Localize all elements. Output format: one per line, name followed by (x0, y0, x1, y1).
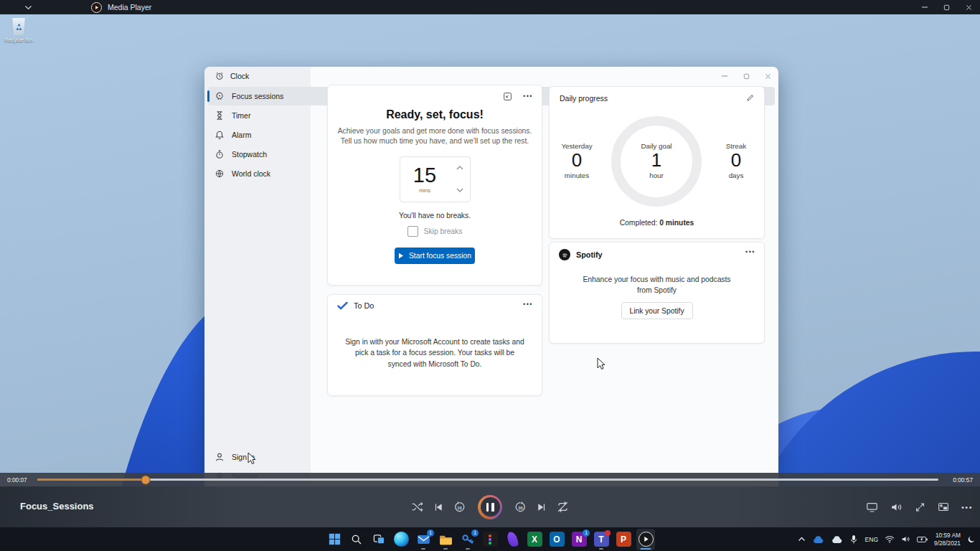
minutes-value: 15 (413, 165, 436, 186)
stopwatch-icon (215, 149, 225, 159)
more-options-icon[interactable]: ••• (745, 249, 755, 255)
cast-to-device-icon[interactable] (866, 501, 878, 512)
repeat-off-icon[interactable] (557, 501, 569, 513)
clock-maximize-button[interactable] (735, 67, 757, 85)
stat-value: 1 (628, 150, 685, 171)
taskbar: 1 1 X O N 1 T P (0, 527, 980, 551)
chevron-down-icon[interactable] (450, 179, 470, 202)
seek-track[interactable] (37, 479, 938, 481)
tray-chevron-up-icon[interactable] (798, 537, 806, 542)
onenote-icon[interactable]: N 1 (570, 529, 588, 550)
spotify-icon (559, 249, 570, 260)
pause-icon (481, 497, 500, 517)
spotify-header: Spotify (559, 249, 603, 260)
fullscreen-icon[interactable] (915, 501, 925, 512)
volume-icon[interactable] (890, 501, 903, 512)
sidebar-item-label: World clock (232, 169, 270, 178)
stat-yesterday: Yesterday 0 minutes (548, 142, 606, 179)
more-icon[interactable]: ••• (961, 503, 973, 511)
purple-cone-app-icon[interactable] (503, 529, 522, 550)
tray-time: 10:59 AM (934, 532, 961, 540)
excel-icon[interactable]: X (525, 529, 544, 550)
figma-icon[interactable] (481, 529, 499, 550)
restore-button[interactable] (936, 0, 958, 14)
clock-close-button[interactable] (757, 67, 778, 85)
hourglass-icon (215, 110, 225, 121)
clock-minimize-button[interactable] (714, 67, 735, 85)
daily-progress-title: Daily progress (560, 94, 608, 103)
start-focus-session-button[interactable]: Start focus session (395, 248, 475, 264)
mail-icon[interactable]: 1 (414, 529, 433, 550)
clock-window-title: Clock (230, 72, 249, 80)
breaks-note: You'll have no breaks. (328, 212, 542, 220)
stat-value: 0 (548, 150, 606, 171)
start-button[interactable] (325, 529, 344, 550)
media-player-taskbar-icon[interactable] (636, 529, 655, 550)
minimize-button[interactable] (913, 0, 936, 14)
clock-datetime[interactable]: 10:59 AM 9/28/2021 (934, 532, 961, 547)
task-view-icon[interactable] (369, 529, 388, 550)
chevron-down-icon[interactable] (24, 5, 32, 10)
volume-tray-icon[interactable] (901, 535, 910, 543)
file-explorer-icon[interactable] (436, 529, 455, 550)
compact-overlay-icon[interactable] (503, 92, 512, 101)
skip-forward-30-icon[interactable]: 30 (514, 501, 527, 513)
sidebar-item-label: Alarm (232, 131, 251, 139)
pause-button[interactable] (478, 495, 502, 519)
spotify-text: Enhance your focus with music and podcas… (581, 275, 732, 296)
stat-value: 0 (707, 150, 765, 171)
recycle-bin-shortcut[interactable]: Recycle Bin (5, 18, 32, 43)
play-icon (398, 253, 404, 259)
search-icon[interactable] (347, 529, 366, 550)
remaining-time: 0:00:57 (944, 476, 973, 484)
powerpoint-icon[interactable]: P (614, 529, 633, 550)
skip-breaks-checkbox[interactable] (407, 226, 418, 237)
sidebar-item-label: Focus sessions (232, 92, 283, 100)
onedrive-cloud-icon[interactable] (812, 535, 824, 544)
skip-back-10-icon[interactable]: 10 (453, 501, 466, 513)
close-button[interactable] (958, 0, 980, 14)
outlook-icon[interactable]: O (547, 529, 566, 550)
alarm-clock-icon (215, 72, 224, 80)
edit-pencil-icon[interactable] (746, 93, 755, 102)
edge-icon[interactable] (392, 529, 410, 550)
chevron-up-icon[interactable] (450, 157, 470, 179)
stat-daily-goal: Daily goal 1 hour (628, 142, 685, 179)
link-spotify-button[interactable]: Link your Spotify (621, 302, 693, 319)
skip-forward-label: 30 (518, 506, 522, 510)
recorded-mouse-cursor (248, 452, 257, 466)
weather-cloud-icon[interactable] (831, 535, 843, 544)
screen: Media Player Recycle Bin (0, 0, 980, 551)
next-track-icon[interactable] (537, 502, 547, 512)
stepper-buttons (450, 157, 470, 202)
key-app-icon[interactable]: 1 (458, 529, 477, 550)
mini-player-icon[interactable] (938, 502, 949, 512)
player-controls-bar: Focus_Sessions 10 30 (0, 486, 980, 527)
seek-thumb[interactable] (141, 475, 150, 484)
mouse-cursor (597, 357, 606, 371)
recycle-bin-icon (11, 18, 26, 35)
spotify-card-menu: ••• (745, 249, 755, 255)
more-options-icon[interactable]: ••• (523, 93, 533, 100)
teams-icon[interactable]: T (592, 529, 611, 550)
window-controls (913, 0, 980, 14)
language-indicator[interactable]: ENG (864, 536, 878, 543)
previous-track-icon[interactable] (433, 502, 443, 512)
shuffle-icon[interactable] (411, 501, 423, 512)
sidebar-item-label: Stopwatch (232, 150, 267, 159)
now-playing-title: Focus_Sessions (20, 501, 94, 512)
key-app-badge: 1 (471, 529, 479, 537)
battery-icon[interactable] (917, 536, 928, 543)
app-title: Media Player (108, 3, 151, 11)
focus-assist-moon-icon[interactable] (967, 535, 976, 544)
mail-badge: 1 (427, 529, 434, 537)
completed-value: 0 minutes (659, 219, 694, 227)
skip-breaks-row: Skip breaks (328, 226, 542, 237)
microphone-icon[interactable] (849, 534, 858, 545)
media-player-titlebar: Media Player (0, 0, 980, 14)
more-options-icon[interactable]: ••• (523, 301, 533, 308)
wifi-icon[interactable] (885, 535, 895, 543)
recycle-bin-label: Recycle Bin (4, 37, 33, 43)
sidebar-item-sign-in[interactable]: Sign in (208, 448, 775, 466)
clock-titlebar: Clock (204, 67, 778, 85)
